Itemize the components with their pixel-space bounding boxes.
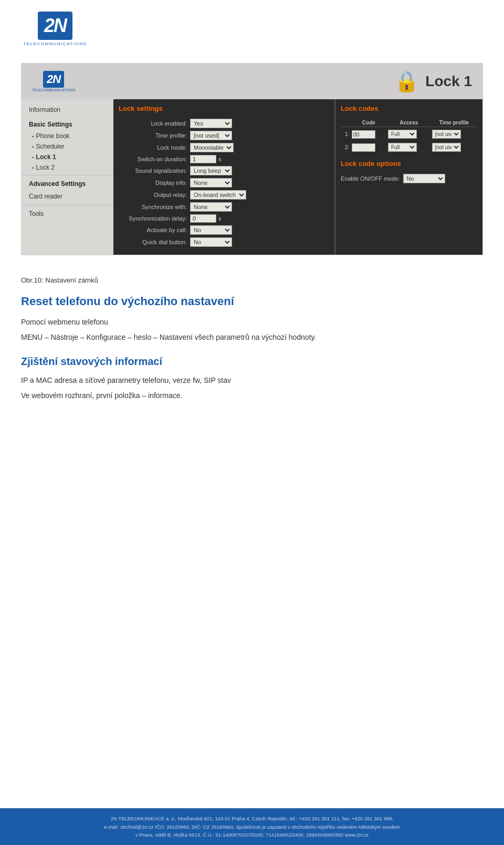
- enable-on-off-row: Enable ON/OFF mode: No: [341, 174, 477, 183]
- activate-call-select[interactable]: No: [190, 225, 232, 235]
- main-logo: 2N TELECOMMUNICATIONS: [21, 11, 89, 47]
- field-sync-delay: Synchronization delay: s: [119, 214, 329, 223]
- lock-title: Lock 1: [425, 73, 472, 90]
- footer-line3: v Praze, oddíl B, vložka 6613. Č.Ú.: 51-…: [10, 831, 494, 839]
- code-input-2[interactable]: [352, 143, 375, 152]
- screen-header: 2N TELECOMMUNICATIONS 🔒 Lock 1: [22, 64, 482, 99]
- field-output-relay: Output relay: On-board switch: [119, 190, 329, 200]
- footer-line1: 2N TELEKOMUNIKACE a. s., Modřanská 621, …: [10, 815, 494, 822]
- lock-settings-panel: Lock settings Lock enabled: Yes Time pro…: [113, 99, 334, 255]
- code-input-1[interactable]: [352, 130, 375, 139]
- section2-heading: Zjištění stavových informací: [21, 356, 483, 368]
- screenshot-container: 2N TELECOMMUNICATIONS 🔒 Lock 1 Informati…: [21, 63, 483, 255]
- bullet-icon: ▪: [32, 144, 34, 150]
- field-switch-on-duration: Switch-on duration: s: [119, 155, 329, 163]
- enable-label: Enable ON/OFF mode:: [341, 175, 400, 182]
- screen-main-panels: Lock settings Lock enabled: Yes Time pro…: [113, 99, 482, 255]
- field-time-profile: Time profile: [not used]: [119, 131, 329, 140]
- field-quick-dial: Quick dial button: No: [119, 237, 329, 247]
- field-display-info: Display info: None: [119, 178, 329, 187]
- col-header-access: Access: [387, 119, 431, 127]
- sidebar-item-scheduler[interactable]: ▪ Scheduler: [22, 141, 113, 152]
- sidebar-item-cardreader[interactable]: Card reader: [22, 190, 113, 203]
- enable-mode-select[interactable]: No: [403, 174, 445, 183]
- lock-code-options-title: Lock code options: [341, 160, 477, 170]
- col-header-timeprofile: Time profile: [431, 119, 478, 127]
- lock-mode-select[interactable]: Monostable: [190, 143, 234, 152]
- access-select-1[interactable]: Full: [388, 130, 417, 139]
- col-header-empty: [341, 119, 351, 127]
- lock-code-options: Lock code options Enable ON/OFF mode: No: [341, 160, 477, 183]
- bullet-icon: ▪: [32, 154, 34, 160]
- lock-codes-title: Lock codes: [341, 105, 477, 114]
- sync-delay-input[interactable]: [190, 214, 216, 223]
- profile-select-1[interactable]: [not used]: [432, 130, 461, 139]
- profile-select-2[interactable]: [not used]: [432, 143, 461, 152]
- section1-heading: Reset telefonu do výchozího nastavení: [21, 295, 483, 308]
- codes-table: Code Access Time profile 1: Full [not us…: [341, 119, 477, 153]
- sidebar-section-advanced: Advanced Settings: [22, 178, 113, 190]
- access-select-2[interactable]: Full: [388, 143, 417, 152]
- bullet-icon: ▪: [32, 133, 34, 139]
- page-header: 2N TELECOMMUNICATIONS: [0, 0, 504, 53]
- field-sound-signal: Sound signalization: Long beep: [119, 166, 329, 175]
- sidebar-divider: [22, 205, 113, 205]
- code-num-1: 1:: [341, 127, 351, 141]
- switch-duration-input[interactable]: [190, 155, 216, 163]
- sidebar-item-phonebook[interactable]: ▪ Phone book: [22, 131, 113, 141]
- screen-logo: 2N TELECOMMUNICATIONS: [32, 71, 75, 92]
- synchronize-select[interactable]: None: [190, 202, 232, 212]
- sidebar-section-basic: Basic Settings: [22, 118, 113, 131]
- sidebar-divider: [22, 175, 113, 175]
- bullet-icon: ▪: [32, 165, 34, 171]
- quick-dial-select[interactable]: No: [190, 237, 232, 247]
- field-lock-enabled: Lock enabled: Yes: [119, 119, 329, 128]
- lock-enabled-select[interactable]: Yes: [190, 119, 232, 128]
- output-relay-select[interactable]: On-board switch: [190, 190, 246, 200]
- section1-detail: MENU – Nástroje – Konfigurace – heslo – …: [21, 332, 483, 343]
- field-synchronize: Synchronize with: None: [119, 202, 329, 212]
- field-activate-call: Activate by call: No: [119, 225, 329, 235]
- display-info-select[interactable]: None: [190, 178, 232, 187]
- section2-paragraph1: IP a MAC adresa a síťové parametry telef…: [21, 375, 483, 386]
- duration-unit: s: [218, 156, 222, 162]
- sidebar-item-information[interactable]: Information: [22, 103, 113, 116]
- sidebar-item-tools[interactable]: Tools: [22, 207, 113, 220]
- sidebar-item-lock1[interactable]: ▪ Lock 1: [22, 152, 113, 162]
- section1-paragraph: Pomocí webmenu telefonu: [21, 317, 483, 328]
- footer-line2: e-mail: obchod@2n.cz IČO: 26183960, DIČ:…: [10, 823, 494, 831]
- page-footer: 2N TELEKOMUNIKACE a. s., Modřanská 621, …: [0, 808, 504, 845]
- sound-signal-select[interactable]: Long beep: [190, 166, 232, 175]
- figure-caption: Obr.10: Nastavení zámků: [21, 276, 483, 284]
- time-profile-select[interactable]: [not used]: [190, 131, 232, 140]
- table-row: 2: Full [not used]: [341, 140, 477, 153]
- sync-unit: s: [218, 215, 222, 222]
- screen-body: Information Basic Settings ▪ Phone book …: [22, 99, 482, 255]
- logo-2n-text: 2N: [38, 12, 72, 40]
- content-area: Obr.10: Nastavení zámků Reset telefonu d…: [0, 266, 504, 416]
- sidebar-item-lock2[interactable]: ▪ Lock 2: [22, 162, 113, 173]
- field-lock-mode: Lock mode: Monostable: [119, 143, 329, 152]
- sidebar: Information Basic Settings ▪ Phone book …: [22, 99, 113, 255]
- lock-title-area: 🔒 Lock 1: [394, 70, 472, 93]
- code-num-2: 2:: [341, 140, 351, 153]
- section2-paragraph2: Ve webovém rozhraní, první položka – inf…: [21, 390, 483, 401]
- lock-settings-title: Lock settings: [119, 105, 329, 114]
- lock-codes-panel: Lock codes Code Access Time profile: [335, 99, 482, 255]
- lock-icon: 🔒: [394, 70, 419, 93]
- table-row: 1: Full [not used]: [341, 127, 477, 141]
- col-header-code: Code: [351, 119, 387, 127]
- logo-subtext: TELECOMMUNICATIONS: [23, 41, 87, 46]
- spacer: [0, 416, 504, 626]
